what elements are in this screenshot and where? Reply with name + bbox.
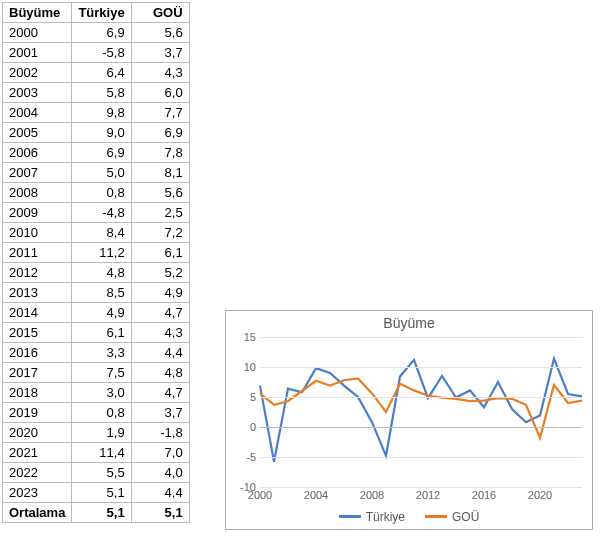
cell-year: 2003 (3, 83, 72, 103)
legend-item: GOÜ (425, 510, 479, 524)
cell-turkiye: 3,3 (72, 343, 131, 363)
cell-gou: 7,2 (131, 223, 189, 243)
cell-year: 2015 (3, 323, 72, 343)
cell-year: 2019 (3, 403, 72, 423)
series-line (260, 378, 582, 437)
table-row: 2001-5,83,7 (3, 43, 190, 63)
cell-year: 2008 (3, 183, 72, 203)
table-row: 20183,04,7 (3, 383, 190, 403)
cell-gou: 6,9 (131, 123, 189, 143)
cell-year: 2007 (3, 163, 72, 183)
legend-item: Türkiye (339, 510, 405, 524)
table-row: 20026,44,3 (3, 63, 190, 83)
cell-year: 2011 (3, 243, 72, 263)
table-footer-row: Ortalama5,15,1 (3, 503, 190, 523)
y-tick-label: 5 (230, 391, 256, 403)
x-tick-label: 2008 (360, 489, 384, 501)
cell-gou: 5,6 (131, 23, 189, 43)
cell-turkiye: 11,4 (72, 443, 131, 463)
cell-year: 2021 (3, 443, 72, 463)
cell-year: 2005 (3, 123, 72, 143)
cell-gou: 2,5 (131, 203, 189, 223)
table-row: 20190,83,7 (3, 403, 190, 423)
chart-lines (260, 337, 582, 487)
cell-gou: 6,1 (131, 243, 189, 263)
cell-gou: 7,7 (131, 103, 189, 123)
cell-gou: 3,7 (131, 43, 189, 63)
legend-label: GOÜ (452, 510, 479, 524)
legend-swatch (425, 515, 447, 518)
table-row: 20035,86,0 (3, 83, 190, 103)
cell-year: 2000 (3, 23, 72, 43)
cell-gou: 5,2 (131, 263, 189, 283)
cell-year: 2016 (3, 343, 72, 363)
cell-turkiye: 9,8 (72, 103, 131, 123)
cell-gou: 4,8 (131, 363, 189, 383)
cell-turkiye: 4,9 (72, 303, 131, 323)
table-row: 2009-4,82,5 (3, 203, 190, 223)
cell-turkiye: 6,1 (72, 323, 131, 343)
cell-year: 2022 (3, 463, 72, 483)
table-row: 20144,94,7 (3, 303, 190, 323)
cell-turkiye: 5,8 (72, 83, 131, 103)
table-row: 20201,9-1,8 (3, 423, 190, 443)
table-row: 20163,34,4 (3, 343, 190, 363)
cell-gou: 4,7 (131, 383, 189, 403)
y-tick-label: 10 (230, 361, 256, 373)
table-row: 20177,54,8 (3, 363, 190, 383)
table-row: 20108,47,2 (3, 223, 190, 243)
y-tick-label: 0 (230, 421, 256, 433)
cell-turkiye: 5,5 (72, 463, 131, 483)
cell-year: 2006 (3, 143, 72, 163)
col-header-turkiye: Türkiye (72, 3, 131, 23)
col-header-growth: Büyüme (3, 3, 72, 23)
cell-footer-gou: 5,1 (131, 503, 189, 523)
col-header-gou: GOÜ (131, 3, 189, 23)
cell-gou: 6,0 (131, 83, 189, 103)
cell-turkiye: 6,9 (72, 23, 131, 43)
cell-footer-turkiye: 5,1 (72, 503, 131, 523)
cell-gou: 4,0 (131, 463, 189, 483)
cell-year: 2012 (3, 263, 72, 283)
cell-turkiye: 8,4 (72, 223, 131, 243)
cell-year: 2014 (3, 303, 72, 323)
cell-gou: 8,1 (131, 163, 189, 183)
table-row: 202111,47,0 (3, 443, 190, 463)
cell-gou: 4,9 (131, 283, 189, 303)
cell-year: 2018 (3, 383, 72, 403)
cell-footer-label: Ortalama (3, 503, 72, 523)
x-tick-label: 2016 (472, 489, 496, 501)
cell-year: 2002 (3, 63, 72, 83)
table-row: 20225,54,0 (3, 463, 190, 483)
cell-year: 2020 (3, 423, 72, 443)
table-row: 20138,54,9 (3, 283, 190, 303)
cell-gou: -1,8 (131, 423, 189, 443)
chart-container: Büyüme -10-50510152000200420082012201620… (225, 310, 593, 530)
table-row: 20156,14,3 (3, 323, 190, 343)
cell-turkiye: 0,8 (72, 403, 131, 423)
y-tick-label: 15 (230, 331, 256, 343)
cell-gou: 7,8 (131, 143, 189, 163)
cell-turkiye: 3,0 (72, 383, 131, 403)
plot-area: -10-5051015200020042008201220162020 (260, 337, 582, 487)
cell-turkiye: 6,4 (72, 63, 131, 83)
cell-gou: 4,7 (131, 303, 189, 323)
cell-gou: 4,3 (131, 323, 189, 343)
table-row: 20235,14,4 (3, 483, 190, 503)
cell-year: 2013 (3, 283, 72, 303)
chart-title: Büyüme (226, 315, 592, 331)
cell-turkiye: 6,9 (72, 143, 131, 163)
legend-swatch (339, 515, 361, 518)
y-tick-label: -5 (230, 451, 256, 463)
table-row: 20080,85,6 (3, 183, 190, 203)
cell-gou: 4,4 (131, 343, 189, 363)
table-row: 20049,87,7 (3, 103, 190, 123)
cell-gou: 4,4 (131, 483, 189, 503)
cell-year: 2009 (3, 203, 72, 223)
cell-year: 2010 (3, 223, 72, 243)
table-row: 20059,06,9 (3, 123, 190, 143)
x-tick-label: 2012 (416, 489, 440, 501)
x-tick-label: 2000 (248, 489, 272, 501)
cell-turkiye: 5,1 (72, 483, 131, 503)
cell-turkiye: 8,5 (72, 283, 131, 303)
